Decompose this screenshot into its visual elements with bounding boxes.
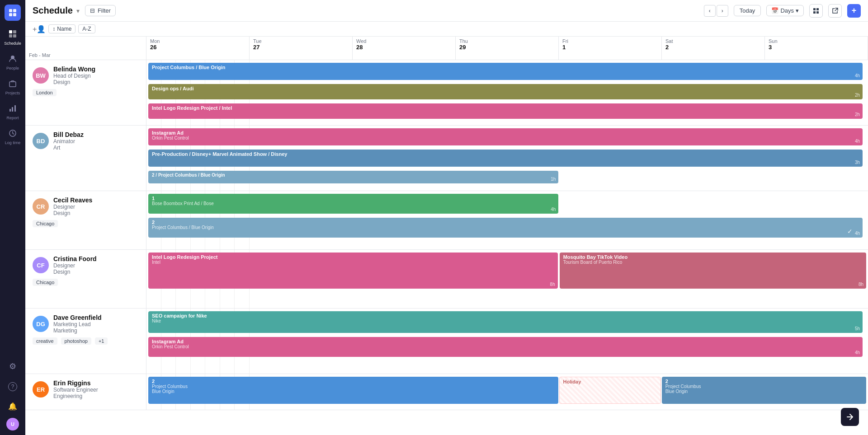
svg-rect-11 [12, 107, 13, 112]
header: Schedule ▾ ⊟ Filter ‹ › Today 📅 Days ▾ + [25, 0, 868, 22]
grid-view-button[interactable] [809, 4, 823, 18]
person-tasks-dave: SEO campaign for Nike Nike 5h Instagram … [146, 309, 868, 374]
sidebar-item-logtime[interactable]: Log time [2, 126, 24, 149]
task-bar-belinda-1[interactable]: Project Columbus / Blue Origin 4h [148, 63, 863, 80]
sidebar-item-report[interactable]: Report [2, 101, 24, 124]
person-role-belinda: Head of Design [53, 73, 95, 79]
sidebar-item-settings[interactable]: ⚙ [2, 358, 24, 375]
person-row-belinda: BW Belinda Wong Head of Design Design Lo… [25, 60, 868, 126]
sidebar-item-projects[interactable]: Projects [2, 76, 24, 99]
today-button[interactable]: Today [734, 5, 761, 16]
tag-chicago-cecil: Chicago [33, 220, 58, 227]
person-dept-cecil: Design [53, 210, 92, 216]
avatar-bill: BD [33, 133, 49, 149]
prev-button[interactable]: ‹ [704, 5, 716, 17]
person-name-cristina: Cristina Foord [53, 255, 97, 262]
date-col-fri1: Fri 1 [559, 37, 662, 60]
svg-rect-6 [9, 34, 12, 37]
filter-button[interactable]: ⊟ Filter [85, 5, 116, 16]
date-header: Feb - Mar Mon 26 Tue 27 Wed 28 Thu 29 Fr… [25, 37, 868, 60]
sort-icon: ↕ [52, 26, 55, 32]
filter-icon: ⊟ [90, 7, 95, 14]
person-header-erin: ER Erin Riggins Software Engineer Engine… [33, 379, 139, 399]
task-bar-bill-2[interactable]: Pre-Production / Disney+ Marvel Animated… [148, 150, 863, 167]
nav-arrows: ‹ › [704, 5, 728, 17]
sidebar-item-schedule[interactable]: Schedule [2, 26, 24, 49]
sidebar-item-people[interactable]: People [2, 51, 24, 74]
sort-name-button[interactable]: ↕ Name [48, 24, 75, 33]
report-icon [9, 104, 17, 115]
add-person-icon[interactable]: +👤 [33, 25, 46, 33]
date-col-mon26: Mon 26 [146, 37, 250, 60]
people-rows: BW Belinda Wong Head of Design Design Lo… [25, 60, 868, 435]
tag-london: London [33, 89, 57, 96]
person-dept-cristina: Design [53, 269, 97, 275]
tag-plus1: +1 [95, 337, 108, 345]
person-side-dave: DG Dave Greenfield Marketing Lead Market… [25, 309, 146, 374]
header-title: Schedule [33, 5, 73, 16]
task-bar-dave-1[interactable]: SEO campaign for Nike Nike 5h [148, 311, 863, 333]
task-bar-cristina-2[interactable]: Mosquito Bay TikTok Video Tourism Board … [560, 253, 866, 289]
person-tags-cristina: Chicago [33, 279, 139, 286]
svg-rect-9 [9, 82, 16, 87]
person-tags-belinda: London [33, 89, 139, 96]
task-bar-erin-1[interactable]: 2 Project Columbus Blue Origin [148, 377, 558, 404]
person-row-cristina: CF Cristina Foord Designer Design Chicag… [25, 250, 868, 309]
task-bar-erin-2[interactable]: 2 Project Columbus Blue Origin [662, 377, 866, 404]
person-name-cecil: Cecil Reaves [53, 196, 92, 204]
task-bar-dave-2[interactable]: Instagram Ad Orkin Pest Control 4h [148, 337, 863, 357]
sort-az-button[interactable]: A-Z [78, 24, 95, 33]
avatar-cecil: CR [33, 198, 49, 215]
tasks-grid-cecil: 1 Bose Boombox Print Ad / Bose 4h 2 Proj… [146, 191, 868, 249]
tag-creative: creative [33, 337, 57, 345]
people-icon [9, 55, 17, 65]
task-hours: 4h [855, 73, 860, 78]
check-icon-cecil: ✓ [847, 228, 853, 235]
person-tasks-erin: 2 Project Columbus Blue Origin Holiday 2… [146, 374, 868, 410]
person-header-cristina: CF Cristina Foord Designer Design [33, 255, 139, 275]
task-bar-belinda-2[interactable]: Design ops / Audi 2h [148, 84, 863, 99]
sidebar-item-help[interactable]: ? [2, 379, 24, 395]
person-role-dave: Marketing Lead [53, 321, 102, 327]
svg-rect-14 [813, 8, 816, 10]
next-button[interactable]: › [717, 5, 728, 17]
svg-rect-16 [813, 11, 816, 14]
person-row-bill: BD Bill Debaz Animator Art Instagram Ad … [25, 126, 868, 191]
external-link-button[interactable] [828, 4, 842, 18]
svg-rect-0 [9, 9, 12, 12]
person-header-bill: BD Bill Debaz Animator Art [33, 131, 139, 151]
sidebar: Schedule People Projects Report [0, 0, 25, 435]
user-avatar[interactable]: U [6, 418, 19, 430]
person-row-cecil: CR Cecil Reaves Designer Design Chicago [25, 191, 868, 250]
task-bar-bill-1[interactable]: Instagram Ad Orkin Pest Control 4h [148, 128, 863, 145]
task-bar-erin-holiday[interactable]: Holiday [559, 377, 661, 404]
sidebar-logo[interactable] [5, 5, 21, 21]
task-bar-bill-3[interactable]: 2 / Project Columbus / Blue Origin 1h [148, 171, 558, 183]
person-dept-dave: Marketing [53, 327, 102, 334]
date-col-sun3: Sun 3 [765, 37, 868, 60]
person-tasks-cecil: 1 Bose Boombox Print Ad / Bose 4h 2 Proj… [146, 191, 868, 249]
bottom-right-icon[interactable] [841, 408, 859, 426]
days-button[interactable]: 📅 Days ▾ [766, 5, 804, 16]
avatar-belinda: BW [33, 67, 49, 84]
person-side-bill: BD Bill Debaz Animator Art [25, 126, 146, 191]
schedule-icon [9, 30, 17, 40]
projects-icon [9, 80, 17, 90]
person-name-bill: Bill Debaz [53, 131, 84, 138]
person-name-dave: Dave Greenfield [53, 314, 102, 321]
sidebar-item-notifications[interactable]: 🔔 [2, 398, 24, 414]
task-bar-cecil-1[interactable]: 1 Bose Boombox Print Ad / Bose 4h [148, 194, 558, 214]
date-col-sat2: Sat 2 [662, 37, 765, 60]
task-bar-cecil-2[interactable]: 2 Project Columbus / Blue Origin 4h ✓ [148, 218, 863, 238]
main-area: Schedule ▾ ⊟ Filter ‹ › Today 📅 Days ▾ +… [25, 0, 868, 435]
person-role-cecil: Designer [53, 204, 92, 210]
add-button[interactable]: + [847, 4, 861, 18]
person-role-cristina: Designer [53, 262, 97, 269]
logtime-icon [9, 129, 17, 140]
title-chevron-icon[interactable]: ▾ [76, 7, 80, 14]
svg-rect-17 [816, 11, 819, 14]
task-bar-belinda-3[interactable]: Intel Logo Redesign Project / Intel 2h [148, 103, 863, 119]
sidebar-label-logtime: Log time [5, 140, 21, 145]
svg-rect-2 [9, 13, 12, 16]
task-bar-cristina-1[interactable]: Intel Logo Redesign Project Intel 8h [148, 253, 558, 289]
